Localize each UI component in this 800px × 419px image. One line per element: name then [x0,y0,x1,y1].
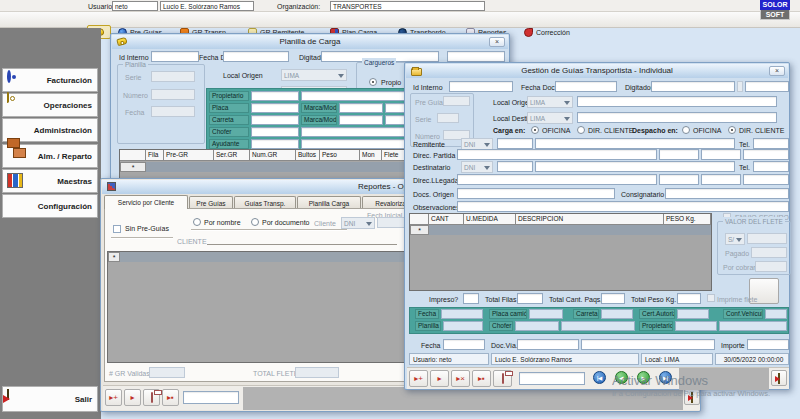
direc-partida-field-2[interactable] [659,149,699,160]
gestion-grid-row[interactable] [429,225,711,235]
print-button[interactable] [143,389,160,406]
usuario-field[interactable]: neto [112,1,158,11]
direc-partida-field-3[interactable] [701,149,741,160]
doc-via-field[interactable] [517,339,579,350]
por-nombre-radio[interactable] [193,218,201,226]
gestion-propietario-field[interactable] [675,321,717,331]
direc-llegada-field[interactable] [457,174,657,185]
planilla-extra-field[interactable] [447,51,505,62]
gestion-carreta-field[interactable] [601,309,633,319]
delete-record-button[interactable]: ▸× [451,370,470,387]
cliente-name-field[interactable] [207,233,397,245]
propietario-field[interactable] [251,91,299,101]
carreta-marca-field[interactable] [339,115,383,125]
chofer-field[interactable] [251,127,299,137]
cliente-doc-type-select[interactable]: DNI [341,217,375,229]
remitente-doc-field[interactable] [497,138,533,149]
gestion-titlebar[interactable]: Gestión de Guías Transportista - Individ… [406,64,788,78]
por-documento-radio[interactable] [251,218,259,226]
usuario-fullname-field[interactable]: Lucio E. Solórzano Ramos [160,1,254,11]
sin-pre-guias-checkbox[interactable] [113,225,121,233]
sidebar-item-salir[interactable]: Salir [2,386,98,412]
direc-llegada-field-3[interactable] [701,174,741,185]
go-record-button[interactable]: ▸ [124,389,141,406]
docs-origen-field[interactable] [457,188,615,199]
delete-record-button[interactable]: ▸▪ [162,389,179,406]
reportes-toolbar-field[interactable] [183,391,239,404]
total-peso-kg-field[interactable] [677,293,701,304]
sidebar-item-operaciones[interactable]: Operaciones [2,93,98,117]
remitente-tel-field[interactable] [753,138,789,149]
print-button[interactable] [493,370,512,387]
ayudante-field[interactable] [251,139,299,149]
invoice-icon [7,70,11,83]
carreta-field[interactable] [251,115,299,125]
destinatario-doc-field[interactable] [497,161,533,172]
exit-window-button[interactable] [771,370,787,386]
close-icon[interactable]: × [489,37,505,47]
reportes-grid-row-selector[interactable]: * [108,252,120,262]
despacho-oficina-radio[interactable] [682,126,690,134]
gestion-chofer-field-2[interactable] [561,321,635,331]
gestion-local-origen-field[interactable] [577,96,777,107]
direc-partida-field-4[interactable] [743,149,789,160]
imprime-flete-checkbox[interactable] [707,294,715,302]
planilla-titlebar[interactable]: Planilla de Carga × [112,35,508,49]
gestion-digitador-field[interactable] [651,81,735,92]
placa-camion-field[interactable] [529,309,563,319]
gestion-local-origen-select[interactable]: LIMA [527,96,573,108]
gestion-chofer-field[interactable] [515,321,559,331]
gestion-extra-field[interactable] [745,81,789,92]
new-record-button[interactable]: ▸+ [409,370,428,387]
destinatario-doc-type-select[interactable]: DNI [461,161,493,173]
close-icon[interactable]: × [769,66,785,76]
gestion-local-destino-field[interactable] [577,112,777,123]
direc-partida-field[interactable] [457,149,657,160]
planilla-grid-row-selector[interactable]: * [120,162,146,172]
edit-record-button[interactable]: ▸▪ [472,370,491,387]
direc-llegada-field-2[interactable] [659,174,699,185]
propio-radio[interactable] [369,78,377,86]
carga-oficina-radio[interactable] [531,126,539,134]
gestion-fecha-doc-field[interactable] [555,81,617,92]
via-fecha-field[interactable] [443,339,485,350]
direc-llegada-field-4[interactable] [743,174,789,185]
sidebar-item-configuracion[interactable]: Configuración [2,194,98,218]
sidebar-item-alm-reparto[interactable]: Alm. / Reparto [2,144,98,168]
total-filas-field[interactable] [517,293,543,304]
moneda-select[interactable]: S/ [725,233,745,245]
observaciones-field[interactable] [457,201,789,212]
planilla-id-interno-field[interactable] [151,51,199,62]
go-record-button[interactable]: ▸ [430,370,449,387]
gestion-toolbar-field[interactable] [519,372,585,385]
tab-servicio-por-cliente[interactable]: Servicio por Cliente [104,195,188,209]
placa-marca-field[interactable] [339,103,383,113]
conf-vehiculo-field[interactable] [765,309,787,319]
importe-field[interactable] [747,339,789,350]
sidebar-item-facturacion[interactable]: Facturación [2,68,98,92]
destinatario-tel-field[interactable] [753,161,789,172]
gestion-local-destino-select[interactable]: LIMA [527,112,573,124]
toolbar-button-correccion[interactable]: Corrección [524,26,570,39]
despacho-dir-cliente-radio[interactable] [728,126,736,134]
total-cant-paqs-field[interactable] [601,293,625,304]
destinatario-nombre-field[interactable] [535,161,735,172]
carga-dir-cliente-radio[interactable] [577,126,585,134]
sidebar-item-maestras[interactable]: Maestras [2,169,98,193]
gestion-grid-row-selector[interactable]: * [410,225,429,235]
consignatario-field[interactable] [665,188,789,199]
planilla-fecha-doc-field[interactable] [223,51,289,62]
nav-first-button[interactable]: |◀ [593,371,606,384]
impreso-field[interactable] [463,293,479,304]
gestion-propietario-field-2[interactable] [719,321,787,331]
cert-autoriz-field[interactable] [677,309,709,319]
organizacion-field[interactable]: TRANSPORTES [330,1,485,11]
gestion-planilla-field[interactable] [443,321,483,331]
vehiculo-fecha-field[interactable] [441,309,483,319]
gestion-id-interno-field[interactable] [449,81,513,92]
doc-via-field-2[interactable] [581,339,715,350]
remitente-nombre-field[interactable] [535,138,735,149]
planilla-local-origen-select[interactable]: LIMA [281,69,347,81]
placa-field[interactable] [251,103,299,113]
new-record-button[interactable]: ▸+ [105,389,122,406]
